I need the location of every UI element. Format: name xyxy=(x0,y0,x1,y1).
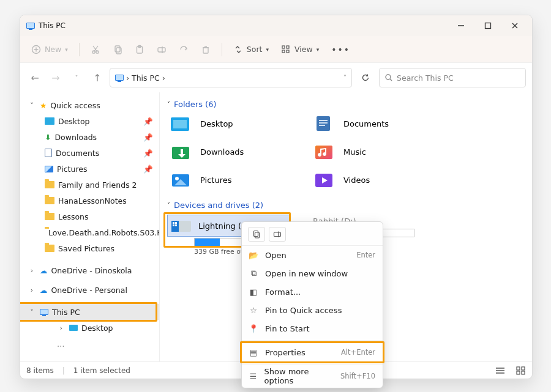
refresh-button[interactable] xyxy=(356,73,375,83)
sidebar-label: Saved Pictures xyxy=(58,244,114,253)
ctx-open[interactable]: 📂OpenEnter xyxy=(242,246,383,264)
sidebar-item-more[interactable]: … xyxy=(20,336,159,352)
sidebar-item-folder[interactable]: Family and Friends 2 xyxy=(20,177,159,193)
more-button[interactable]: ••• xyxy=(326,40,355,59)
paste-button[interactable] xyxy=(130,40,149,59)
svg-rect-17 xyxy=(203,48,208,53)
chevron-down-icon: ˅ xyxy=(167,202,170,209)
folder-videos[interactable]: Videos xyxy=(313,170,435,190)
folder-downloads[interactable]: Downloads xyxy=(170,142,292,161)
folder-desktop[interactable]: Desktop xyxy=(170,114,292,133)
section-title: Folders (6) xyxy=(174,100,217,109)
rename-button[interactable] xyxy=(269,227,286,242)
star-outline-icon: ☆ xyxy=(248,306,259,315)
sidebar-label: Desktop xyxy=(81,324,113,333)
folder-label: Music xyxy=(343,147,366,157)
pin-icon: 📍 xyxy=(248,324,259,333)
sidebar-item-downloads[interactable]: ⬇ Downloads 📌 xyxy=(20,129,159,145)
this-pc-icon xyxy=(40,309,48,315)
sidebar-item-folder[interactable]: Saved Pictures xyxy=(20,240,159,256)
search-input[interactable]: Search This PC xyxy=(379,68,526,87)
sidebar-onedrive-1[interactable]: ›☁OneDrive - Dinoskola xyxy=(20,262,159,278)
ctx-label: Pin to Quick access xyxy=(265,306,342,315)
address-bar[interactable]: › This PC › ˅ xyxy=(110,68,352,87)
copy-button[interactable] xyxy=(108,40,127,59)
close-button[interactable] xyxy=(501,16,528,35)
context-menu-quickrow xyxy=(242,224,383,246)
sidebar-label: Love.Death.and.Robots.S03.H xyxy=(48,228,160,237)
cut-button[interactable] xyxy=(86,40,105,59)
up-button[interactable]: ↑ xyxy=(89,69,106,86)
chevron-down-icon: ˅ xyxy=(28,308,36,316)
folder-label: Pictures xyxy=(200,176,231,185)
svg-rect-43 xyxy=(173,222,174,224)
sidebar-label: Downloads xyxy=(54,133,97,142)
chevron-down-icon: ▾ xyxy=(317,46,320,53)
sidebar-item-folder[interactable]: HanaLessonNotes xyxy=(20,193,159,209)
window-title: This PC xyxy=(39,21,448,30)
sidebar-item-pictures[interactable]: Pictures 📌 xyxy=(20,161,159,177)
folder-music[interactable]: Music xyxy=(313,142,435,161)
tiles-view-button[interactable] xyxy=(516,366,526,375)
sidebar-label: OneDrive - Dinoskola xyxy=(51,266,132,275)
sort-label: Sort xyxy=(247,45,263,54)
sidebar-quick-access[interactable]: ˅ ★ Quick access xyxy=(20,97,159,113)
recent-button[interactable]: ˅ xyxy=(68,69,85,86)
back-button[interactable]: ← xyxy=(26,69,43,86)
sidebar-item-documents[interactable]: Documents 📌 xyxy=(20,145,159,161)
ctx-more-options[interactable]: ☰Show more optionsShift+F10 xyxy=(242,367,383,385)
ctx-open-new-window[interactable]: ⧉Open in new window xyxy=(242,264,383,283)
sidebar-this-pc[interactable]: ˅ This PC xyxy=(20,304,159,320)
sidebar-label: Pictures xyxy=(57,165,88,174)
delete-button[interactable] xyxy=(196,40,216,59)
context-menu-sep xyxy=(242,364,383,364)
svg-line-25 xyxy=(390,79,392,81)
section-drives[interactable]: ˅Devices and drives (2) xyxy=(167,201,523,210)
pin-icon: 📌 xyxy=(143,117,153,126)
share-button[interactable] xyxy=(174,40,193,59)
svg-rect-22 xyxy=(282,50,285,53)
sidebar-item-desktop[interactable]: ›Desktop xyxy=(20,320,159,336)
minimize-button[interactable] xyxy=(448,16,474,35)
svg-rect-27 xyxy=(173,120,187,128)
ctx-pin-start[interactable]: 📍Pin to Start xyxy=(242,319,383,338)
maximize-button[interactable] xyxy=(474,16,501,35)
properties-icon: ▤ xyxy=(248,348,259,357)
svg-point-37 xyxy=(175,177,179,180)
breadcrumb-segment[interactable]: This PC xyxy=(132,73,160,83)
picture-icon xyxy=(45,166,53,172)
section-folders[interactable]: ˅Folders (6) xyxy=(167,100,523,109)
rename-button[interactable] xyxy=(152,40,171,59)
trash-icon xyxy=(201,45,211,54)
details-view-button[interactable] xyxy=(495,366,505,375)
ctx-format[interactable]: ◧Format... xyxy=(242,283,383,301)
sort-button[interactable]: Sort ▾ xyxy=(228,40,274,59)
folder-pictures[interactable]: Pictures xyxy=(170,170,292,190)
context-menu-sep xyxy=(242,340,383,341)
svg-rect-45 xyxy=(173,224,174,226)
folder-open-icon: 📂 xyxy=(248,251,259,260)
this-pc-icon xyxy=(115,75,124,81)
picture-icon xyxy=(170,170,194,190)
sidebar-item-folder[interactable]: Love.Death.and.Robots.S03.H xyxy=(20,224,159,240)
ctx-properties[interactable]: ▤ Properties Alt+Enter xyxy=(242,343,383,361)
svg-rect-51 xyxy=(522,367,525,370)
sidebar-item-folder[interactable]: Lessons xyxy=(20,209,159,224)
sidebar-label: Documents xyxy=(56,149,99,158)
chevron-right-icon: › xyxy=(28,267,36,275)
copy-button[interactable] xyxy=(248,227,265,242)
svg-rect-23 xyxy=(287,50,289,53)
sidebar-onedrive-2[interactable]: ›☁OneDrive - Personal xyxy=(20,282,159,298)
view-button[interactable]: View ▾ xyxy=(276,40,324,59)
forward-button[interactable]: → xyxy=(47,69,64,86)
music-icon xyxy=(313,142,337,161)
ctx-pin-quick[interactable]: ☆Pin to Quick access xyxy=(242,301,383,319)
view-label: View xyxy=(294,45,313,54)
chevron-down-icon[interactable]: ˅ xyxy=(343,75,347,81)
folder-documents[interactable]: Documents xyxy=(313,114,435,133)
pin-icon: 📌 xyxy=(143,133,153,142)
folder-label: Downloads xyxy=(200,147,244,157)
ctx-label: Pin to Start xyxy=(265,324,309,333)
sidebar-item-desktop[interactable]: Desktop 📌 xyxy=(20,113,159,129)
new-button[interactable]: New ▾ xyxy=(26,40,73,59)
